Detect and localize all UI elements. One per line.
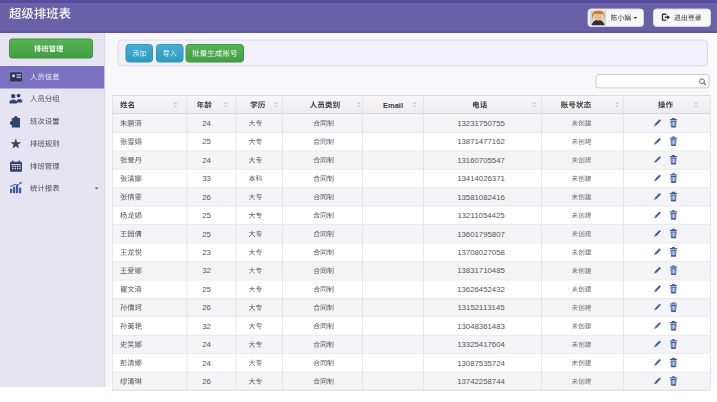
svg-text:25: 25 (202, 137, 211, 146)
svg-text:13871477162: 13871477162 (457, 137, 505, 146)
svg-text:13414026371: 13414026371 (457, 174, 505, 183)
svg-text:26: 26 (202, 193, 211, 202)
svg-text:13601795807: 13601795807 (457, 230, 505, 239)
svg-text:13160705547: 13160705547 (457, 156, 505, 165)
svg-text:24: 24 (202, 119, 211, 128)
svg-text:24: 24 (202, 156, 211, 165)
svg-text:24: 24 (202, 340, 211, 349)
svg-text:25: 25 (202, 230, 211, 239)
svg-text:13087535724: 13087535724 (457, 359, 505, 368)
svg-text:13581082416: 13581082416 (457, 193, 505, 202)
svg-text:25: 25 (202, 285, 211, 294)
svg-text:23: 23 (202, 248, 211, 257)
svg-text:13211054425: 13211054425 (457, 211, 505, 220)
svg-text:13742258744: 13742258744 (457, 377, 505, 386)
svg-text:25: 25 (202, 211, 211, 220)
svg-text:13325417604: 13325417604 (457, 340, 505, 349)
svg-text:26: 26 (202, 303, 211, 312)
svg-text:13626452432: 13626452432 (457, 285, 505, 294)
svg-text:32: 32 (202, 266, 211, 275)
svg-text:32: 32 (202, 322, 211, 331)
svg-text:13152113145: 13152113145 (457, 303, 505, 312)
svg-text:13048361483: 13048361483 (457, 322, 505, 331)
svg-text:26: 26 (202, 377, 211, 386)
svg-text:Email: Email (383, 101, 403, 110)
svg-text:13831710485: 13831710485 (457, 266, 505, 275)
svg-text:33: 33 (202, 174, 211, 183)
svg-text:13708027058: 13708027058 (457, 248, 505, 257)
svg-text:24: 24 (202, 359, 211, 368)
svg-text:13231750755: 13231750755 (457, 119, 505, 128)
